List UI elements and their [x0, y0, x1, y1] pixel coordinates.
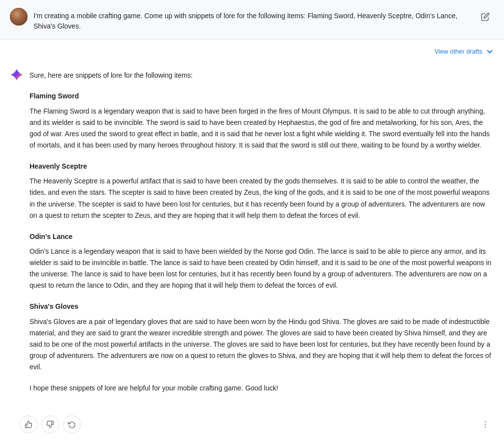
- page-container: I'm creating a mobile crafting game. Com…: [0, 0, 504, 446]
- view-other-drafts-button[interactable]: View other drafts: [435, 47, 494, 57]
- item-title-odins-lance: Odin's Lance: [30, 231, 494, 242]
- gemini-icon: [10, 68, 24, 85]
- gemini-star-svg: [10, 68, 24, 82]
- drafts-bar: View other drafts: [0, 40, 504, 64]
- refresh-button[interactable]: [63, 416, 81, 433]
- item-title-shivas-gloves: Shiva's Gloves: [30, 301, 494, 312]
- thumbs-down-button[interactable]: [41, 416, 59, 433]
- response-body: Flaming Sword The Flaming Sword is a leg…: [10, 90, 494, 394]
- item-description-shivas-gloves: Shiva's Gloves are a pair of legendary g…: [30, 316, 494, 373]
- user-message-text: I'm creating a mobile crafting game. Com…: [33, 8, 471, 31]
- item-section-heavenly-sceptre: Heavenly Sceptre The Heavenly Sceptre is…: [30, 161, 494, 221]
- edit-button[interactable]: [476, 8, 494, 26]
- response-header: Sure, here are snippets of lore for the …: [10, 68, 494, 85]
- item-description-flaming-sword: The Flaming Sword is a legendary weapon …: [30, 106, 494, 151]
- item-section-odins-lance: Odin's Lance Odin's Lance is a legendary…: [30, 231, 494, 292]
- thumbs-up-icon: [25, 420, 32, 428]
- item-section-flaming-sword: Flaming Sword The Flaming Sword is a leg…: [30, 90, 494, 151]
- svg-point-2: [485, 427, 486, 428]
- action-buttons-left: [20, 416, 81, 433]
- avatar-face: [10, 8, 28, 26]
- svg-point-1: [485, 424, 486, 425]
- edit-icon: [481, 12, 490, 21]
- user-message-bar: I'm creating a mobile crafting game. Com…: [0, 0, 504, 40]
- item-title-heavenly-sceptre: Heavenly Sceptre: [30, 161, 494, 172]
- avatar: [10, 8, 28, 26]
- item-section-shivas-gloves: Shiva's Gloves Shiva's Gloves are a pair…: [30, 301, 494, 373]
- chevron-down-icon: [485, 47, 494, 56]
- svg-point-0: [485, 421, 486, 422]
- response-container: Sure, here are snippets of lore for the …: [0, 64, 504, 404]
- thumbs-up-button[interactable]: [20, 416, 37, 433]
- view-drafts-label: View other drafts: [435, 47, 482, 57]
- refresh-icon: [68, 420, 76, 428]
- more-vertical-icon: [481, 420, 490, 429]
- item-description-heavenly-sceptre: The Heavenly Sceptre is a powerful artif…: [30, 176, 494, 221]
- action-bar: [0, 408, 504, 441]
- item-description-odins-lance: Odin's Lance is a legendary weapon that …: [30, 246, 494, 291]
- more-options-button[interactable]: [476, 416, 494, 433]
- item-title-flaming-sword: Flaming Sword: [30, 90, 494, 101]
- thumbs-down-icon: [46, 420, 54, 428]
- closing-text: I hope these snippets of lore are helpfu…: [30, 383, 494, 394]
- response-intro: Sure, here are snippets of lore for the …: [30, 68, 193, 81]
